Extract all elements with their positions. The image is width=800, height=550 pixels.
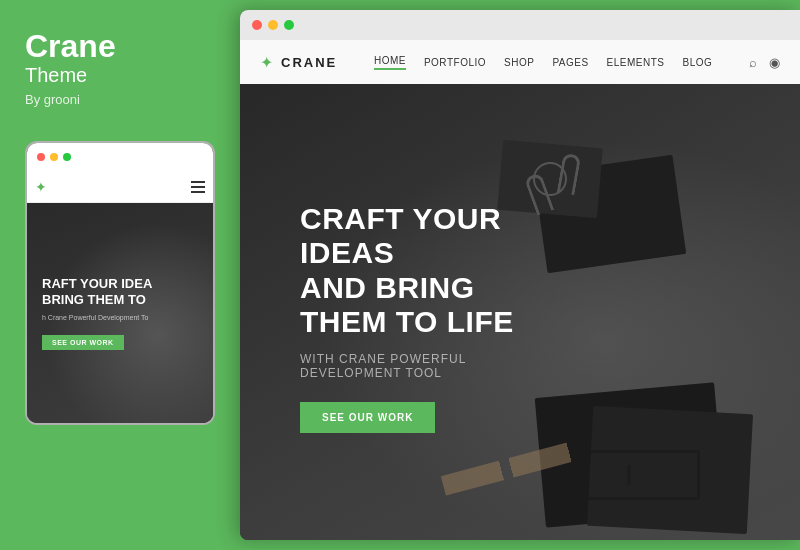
mobile-mockup: ✦ RAFT YOUR IDEA BRING THEM TO h Crane P… (25, 141, 215, 425)
desktop-dot-yellow (268, 20, 278, 30)
mobile-nav: ✦ (27, 171, 213, 203)
desktop-dot-green (284, 20, 294, 30)
nav-item-shop[interactable]: SHOP (504, 57, 534, 68)
mobile-dot-red (37, 153, 45, 161)
mobile-cta-button[interactable]: SEE OUR WORK (42, 335, 124, 350)
mobile-dot-yellow (50, 153, 58, 161)
mobile-dot-green (63, 153, 71, 161)
mobile-hero-content: RAFT YOUR IDEA BRING THEM TO h Crane Pow… (42, 276, 152, 349)
nav-item-portfolio[interactable]: PORTFOLIO (424, 57, 486, 68)
mobile-logo-area: ✦ (35, 179, 47, 195)
left-panel: Crane Theme By grooni ✦ RAFT YOUR IDEA B… (0, 0, 240, 550)
cart-icon[interactable]: ◉ (769, 55, 780, 70)
hero-cta-button[interactable]: SEE OUR WORK (300, 402, 435, 433)
glasses-decoration (580, 450, 700, 500)
nav-item-pages[interactable]: PAGES (552, 57, 588, 68)
hero-title: CRAFT YOUR IDEAS AND BRING THEM TO LIFE (300, 202, 560, 340)
nav-item-home[interactable]: HOME (374, 55, 406, 70)
hero-title-line2: AND BRING THEM TO LIFE (300, 271, 514, 339)
nav-brand: CRANE (281, 55, 337, 70)
theme-subtitle: Theme (25, 62, 116, 88)
mobile-logo-icon: ✦ (35, 179, 47, 195)
mobile-hero-subtitle: h Crane Powerful Development To (42, 314, 152, 321)
theme-title: Crane (25, 30, 116, 62)
desktop-hero: CRAFT YOUR IDEAS AND BRING THEM TO LIFE … (240, 84, 800, 540)
hero-subtitle: With Crane Powerful Development Tool (300, 352, 560, 380)
theme-author: By grooni (25, 92, 116, 107)
desktop-mockup: ✦ CRANE HOME PORTFOLIO SHOP PAGES ELEMEN… (240, 10, 800, 540)
hero-content: CRAFT YOUR IDEAS AND BRING THEM TO LIFE … (240, 202, 620, 433)
nav-item-blog[interactable]: BLOG (683, 57, 713, 68)
nav-logo-icon: ✦ (260, 53, 273, 72)
desktop-nav-right: ⌕ ◉ (749, 55, 780, 70)
desktop-nav: ✦ CRANE HOME PORTFOLIO SHOP PAGES ELEMEN… (240, 40, 800, 84)
search-icon[interactable]: ⌕ (749, 55, 757, 70)
mobile-hero: RAFT YOUR IDEA BRING THEM TO h Crane Pow… (27, 203, 213, 423)
mobile-top-bar (27, 143, 213, 171)
nav-item-elements[interactable]: ELEMENTS (607, 57, 665, 68)
desktop-nav-left: ✦ CRANE (260, 53, 337, 72)
mobile-hamburger-icon[interactable] (191, 181, 205, 193)
desktop-browser-topbar (240, 10, 800, 40)
hero-title-line1: CRAFT YOUR IDEAS (300, 202, 501, 270)
desktop-nav-menu: HOME PORTFOLIO SHOP PAGES ELEMENTS BLOG (374, 55, 712, 70)
mobile-hero-title: RAFT YOUR IDEA BRING THEM TO (42, 276, 152, 307)
desktop-dot-red (252, 20, 262, 30)
theme-name-block: Crane Theme By grooni (25, 30, 116, 131)
